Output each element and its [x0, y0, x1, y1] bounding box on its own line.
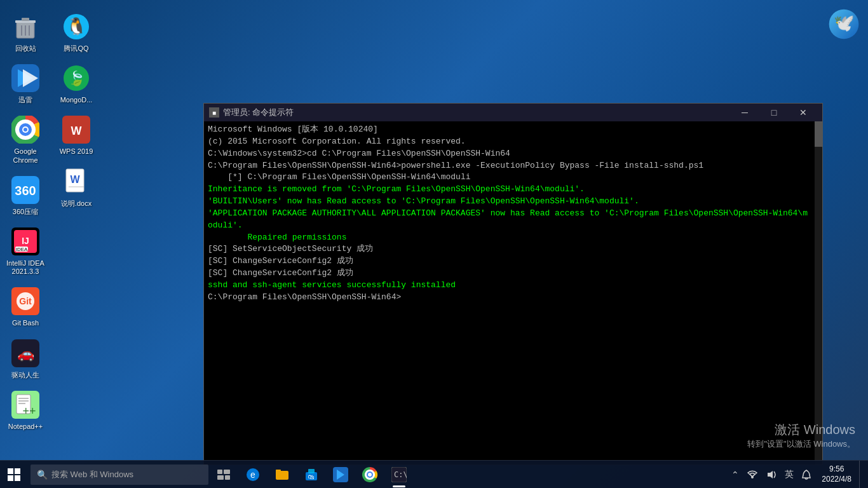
tray-volume[interactable] [763, 461, 780, 489]
svg-rect-46 [15, 475, 20, 481]
svg-text:C:\: C:\ [394, 470, 407, 479]
start-button[interactable] [0, 461, 28, 489]
taskbar-pinned-icons: e 🛍 [236, 461, 416, 489]
cmd-line: C:\Program Files\OpenSSH\OpenSSH-Win64>p… [208, 160, 811, 172]
cmd-content[interactable]: Microsoft Windows [版本 10.0.10240](c) 201… [204, 121, 815, 464]
mongodb-label: MongoD... [60, 96, 93, 104]
taskbar-store-icon[interactable]: 🛍 [297, 461, 325, 489]
cmd-line: [SC] SetServiceObjectSecurity 成功 [208, 243, 811, 255]
clock-date: 2022/4/8 [822, 475, 851, 485]
desktop-icon-recyclebin[interactable]: 回收站 [0, 6, 51, 58]
taskbar-cmd-icon[interactable]: C:\ [385, 461, 413, 489]
cmd-line: Repaired permissions [208, 232, 811, 244]
cmd-minimize-button[interactable]: ─ [731, 104, 759, 121]
tray-notification[interactable] [799, 461, 814, 489]
wps-icon: W [61, 114, 92, 145]
svg-text:W: W [71, 125, 82, 137]
jrcloud-label: 驱动人生 [11, 371, 39, 379]
svg-text:IJ: IJ [22, 236, 29, 246]
taskbar: 🔍 搜索 Web 和 Windows e [0, 460, 868, 488]
notepadpp-label: Notepad++ [8, 423, 43, 431]
svg-text:Git: Git [19, 296, 32, 306]
svg-text:🐧: 🐧 [66, 16, 87, 36]
svg-text:🛍: 🛍 [308, 473, 315, 480]
googlechrome-label: Google Chrome [3, 147, 48, 164]
svg-marker-66 [768, 471, 773, 478]
svg-rect-49 [217, 475, 224, 480]
gitbash-icon: Git [10, 286, 41, 316]
cmd-line: sshd and ssh-agent services successfully… [208, 280, 811, 292]
tencentqq-label: 腾讯QQ [64, 44, 88, 53]
tray-chevron[interactable]: ⌃ [729, 461, 742, 489]
svg-text:W: W [70, 174, 80, 185]
desktop-icon-wps[interactable]: W WPS 2019 [51, 109, 102, 161]
desktop-icon-notepadpp[interactable]: ++ Notepad++ [0, 384, 51, 436]
mongodb-icon: 🍃 [61, 63, 92, 93]
gitbash-label: Git Bash [12, 319, 39, 327]
cmd-close-button[interactable]: ✕ [789, 104, 817, 121]
search-icon: 🔍 [37, 470, 48, 480]
cmd-line: 'BUILTIN\Users' now has Read access to '… [208, 196, 811, 208]
recyclebin-icon [10, 11, 41, 42]
taskbar-chrome-icon[interactable] [356, 461, 384, 489]
clock-time: 9:56 [829, 464, 844, 475]
svg-text:e: e [250, 470, 255, 480]
cmd-line: (c) 2015 Microsoft Corporation. All righ… [208, 136, 811, 148]
notification-icon [801, 470, 811, 480]
desktop-icon-googlechrome[interactable]: Google Chrome [0, 109, 51, 169]
network-icon [747, 470, 758, 479]
show-desktop-button[interactable] [859, 461, 863, 489]
cmd-line: [SC] ChangeServiceConfig2 成功 [208, 268, 811, 280]
desktop-icon-readme[interactable]: W 说明.docx [51, 161, 102, 213]
desktop-icon-intellij[interactable]: IJ IDEA IntelliJ IDEA 2021.3.3 [0, 221, 51, 281]
desktop-icon-jrcloud[interactable]: 🚗 驱动人生 [0, 333, 51, 384]
cmd-line: C:\Windows\system32>cd C:\Program Files\… [208, 148, 811, 160]
desktop-icon-360zip[interactable]: 360 360压缩 [0, 170, 51, 221]
svg-rect-48 [224, 470, 230, 474]
360zip-label: 360压缩 [13, 208, 38, 216]
taskbar-tray: ⌃ 英 9:56 2022/4/8 [724, 461, 868, 489]
task-view-button[interactable] [211, 461, 236, 489]
svg-rect-44 [15, 468, 20, 474]
svg-text:🚗: 🚗 [17, 345, 35, 362]
desktop-icon-gitbash[interactable]: Git Git Bash [0, 281, 51, 332]
cmd-line: [SC] ChangeServiceConfig2 成功 [208, 255, 811, 268]
svg-text:🍃: 🍃 [68, 70, 86, 87]
taskbar-xunlei-icon[interactable] [327, 461, 355, 489]
taskbar-search[interactable]: 🔍 搜索 Web 和 Windows [31, 464, 208, 485]
jrcloud-icon: 🚗 [10, 338, 41, 369]
taskbar-edge-icon[interactable]: e [239, 461, 267, 489]
desktop-icon-tencentqq[interactable]: 🐧 腾讯QQ [51, 6, 102, 58]
top-right-app-icon[interactable]: 🕊️ [826, 6, 862, 42]
cmd-line: 'APPLICATION PACKAGE AUTHORITY\ALL APPLI… [208, 208, 811, 232]
svg-text:🕊️: 🕊️ [834, 13, 855, 33]
svg-rect-50 [225, 475, 230, 480]
xunlei-label: 迅雷 [18, 96, 32, 104]
cmd-titlebar: ■ 管理员: 命令提示符 ─ □ ✕ [204, 104, 822, 121]
cmd-window: ■ 管理员: 命令提示符 ─ □ ✕ Microsoft Windows [版本… [203, 103, 823, 465]
cmd-scrollbar-thumb[interactable] [815, 121, 822, 147]
tray-language[interactable]: 英 [782, 461, 796, 489]
tray-network[interactable] [744, 461, 761, 489]
svg-text:++: ++ [22, 405, 36, 417]
svg-rect-56 [308, 469, 315, 473]
svg-point-62 [368, 473, 372, 477]
svg-rect-45 [8, 475, 13, 481]
taskbar-clock[interactable]: 9:56 2022/4/8 [817, 461, 857, 489]
cmd-window-icon: ■ [209, 107, 219, 118]
taskbar-explorer-icon[interactable] [268, 461, 296, 489]
ime-indicator: 英 [785, 469, 794, 480]
cmd-maximize-button[interactable]: □ [760, 104, 788, 121]
svg-rect-43 [8, 468, 13, 474]
cmd-line: C:\Program Files\OpenSSH\OpenSSH-Win64> [208, 292, 811, 304]
svg-rect-53 [276, 471, 288, 480]
intellij-label: IntelliJ IDEA 2021.3.3 [3, 259, 48, 276]
svg-point-65 [751, 476, 754, 478]
desktop-icon-xunlei[interactable]: 迅雷 [0, 58, 51, 109]
360zip-icon: 360 [10, 175, 41, 205]
svg-point-15 [24, 128, 27, 132]
chevron-up-icon: ⌃ [731, 470, 739, 480]
desktop-icon-mongodb[interactable]: 🍃 MongoD... [51, 58, 102, 109]
cmd-scrollbar[interactable] [815, 121, 822, 464]
svg-text:IDEA: IDEA [16, 247, 28, 252]
